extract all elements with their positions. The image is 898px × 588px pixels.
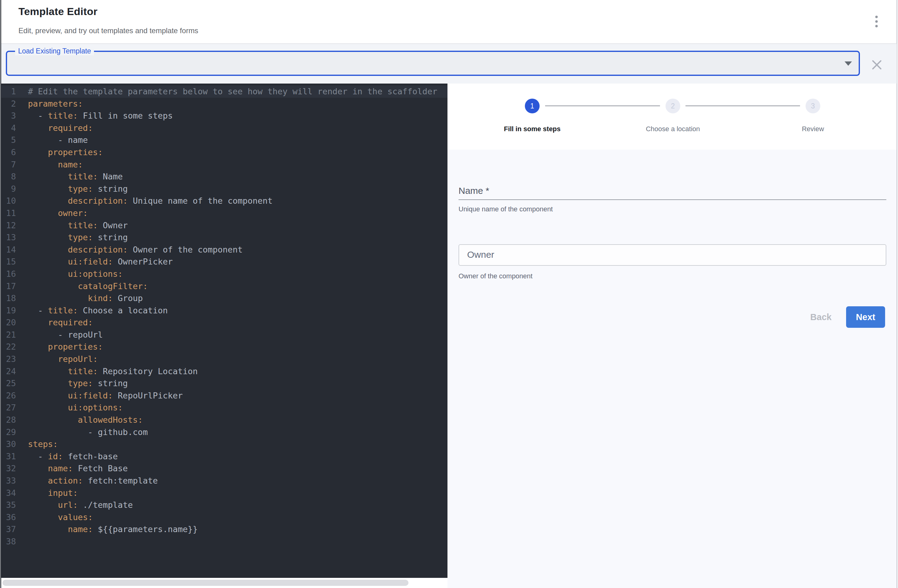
step-label: Choose a location [627, 125, 719, 133]
line-number: 33 [1, 475, 16, 487]
line-number: 4 [1, 122, 16, 134]
line-number: 13 [1, 231, 16, 244]
line-number: 20 [1, 316, 16, 329]
editor-line: 31 - id: fetch-base [1, 450, 447, 463]
kebab-menu-icon [875, 25, 878, 27]
editor-line: 22 properties: [1, 341, 447, 353]
editor-line: 28 allowedHosts: [1, 414, 447, 426]
line-number: 9 [1, 183, 16, 195]
line-code: steps: [16, 438, 58, 450]
editor-line: 11 owner: [1, 207, 447, 219]
kebab-menu-icon [875, 20, 878, 23]
line-code: - id: fetch-base [16, 450, 118, 463]
line-code: name: [16, 159, 83, 171]
line-number: 15 [1, 256, 16, 268]
line-code: repoUrl: [16, 353, 98, 365]
editor-line: 4 required: [1, 122, 447, 134]
line-number: 31 [1, 450, 16, 463]
line-number: 37 [1, 523, 16, 536]
back-button[interactable]: Back [803, 306, 840, 328]
load-template-row: Load Existing Template [1, 43, 897, 83]
stepper-step-review: 3 Review [767, 83, 859, 133]
line-code: ui:options: [16, 268, 123, 280]
load-template-select[interactable]: Load Existing Template [6, 51, 860, 76]
editor-line: 38 [1, 536, 447, 548]
editor-line: 5 - name [1, 134, 447, 146]
line-code: title: Repository Location [16, 365, 198, 377]
line-number: 18 [1, 292, 16, 305]
line-number: 3 [1, 110, 16, 122]
line-number: 23 [1, 353, 16, 365]
line-number: 24 [1, 365, 16, 377]
stepper: 1 Fill in some steps 2 Choose a location… [447, 83, 896, 149]
line-number: 34 [1, 487, 16, 499]
more-options-button[interactable] [870, 14, 883, 29]
name-input[interactable]: Name * [458, 182, 886, 200]
line-code: type: string [16, 377, 128, 389]
line-number: 7 [1, 159, 16, 171]
line-number: 8 [1, 171, 16, 183]
line-code: title: Owner [16, 219, 128, 232]
line-code: - github.com [16, 426, 148, 439]
line-number: 25 [1, 377, 16, 389]
editor-line: 25 type: string [1, 377, 447, 389]
horizontal-scrollbar[interactable] [3, 580, 409, 586]
editor-line: 33 action: fetch:template [1, 475, 447, 487]
owner-input[interactable]: Owner [458, 244, 886, 266]
editor-line: 3 - title: Fill in some steps [1, 110, 447, 122]
template-editor-page: Template Editor Edit, preview, and try o… [0, 0, 898, 588]
line-number: 28 [1, 414, 16, 426]
line-code: - name [16, 134, 88, 146]
line-number: 35 [1, 499, 16, 511]
editor-line: 18 kind: Group [1, 292, 447, 305]
line-code: required: [16, 122, 93, 134]
editor-line: 20 required: [1, 316, 447, 329]
line-number: 14 [1, 244, 16, 256]
name-input-underline [458, 199, 886, 200]
horizontal-scrollbar-track [1, 578, 447, 588]
line-number: 16 [1, 268, 16, 280]
editor-line: 6 properties: [1, 146, 447, 159]
line-code: # Edit the template parameters below to … [16, 85, 437, 98]
editor-line: 2parameters: [1, 98, 447, 110]
line-number: 30 [1, 438, 16, 450]
editor-line: 9 type: string [1, 183, 447, 195]
kebab-menu-icon [875, 16, 878, 18]
line-code: input: [16, 487, 78, 499]
editor-line: 32 name: Fetch Base [1, 462, 447, 475]
editor-line: 26 ui:field: RepoUrlPicker [1, 389, 447, 402]
line-code: ui:field: RepoUrlPicker [16, 389, 183, 402]
line-code: ui:options: [16, 402, 123, 414]
step-number-badge: 3 [806, 99, 820, 113]
editor-line: 15 ui:field: OwnerPicker [1, 256, 447, 268]
editor-line: 1# Edit the template parameters below to… [1, 85, 447, 98]
code-editor[interactable]: 1# Edit the template parameters below to… [1, 83, 447, 578]
line-code: ui:field: OwnerPicker [16, 256, 172, 268]
line-code: type: string [16, 231, 128, 244]
line-number: 27 [1, 402, 16, 414]
stepper-step-choose-a-location: 2 Choose a location [627, 83, 719, 133]
next-button[interactable]: Next [846, 306, 885, 328]
editor-line: 16 ui:options: [1, 268, 447, 280]
load-template-select-label: Load Existing Template [15, 47, 94, 55]
line-code [16, 536, 28, 548]
line-code: values: [16, 511, 93, 523]
line-code: title: Name [16, 171, 123, 183]
editor-line: 30steps: [1, 438, 447, 450]
line-number: 12 [1, 219, 16, 232]
line-code: action: fetch:template [16, 475, 158, 487]
step-number-badge: 2 [666, 99, 680, 113]
line-number: 6 [1, 146, 16, 159]
editor-line: 29 - github.com [1, 426, 447, 439]
editor-line: 34 input: [1, 487, 447, 499]
clear-template-button[interactable] [870, 58, 884, 72]
editor-line: 35 url: ./template [1, 499, 447, 511]
close-icon [872, 60, 882, 70]
line-number: 36 [1, 511, 16, 523]
line-number: 5 [1, 134, 16, 146]
editor-line: 21 - repoUrl [1, 329, 447, 341]
line-code: description: Unique name of the componen… [16, 195, 273, 207]
step-number-badge: 1 [525, 99, 540, 113]
line-code: properties: [16, 146, 103, 159]
editor-line: 14 description: Owner of the component [1, 244, 447, 256]
